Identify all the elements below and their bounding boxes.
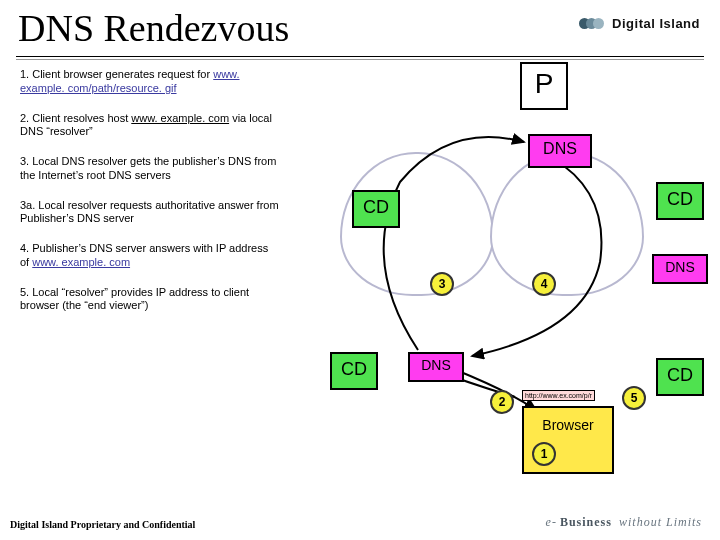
tagline-pre: e- xyxy=(546,515,557,529)
divider xyxy=(16,56,704,57)
badge-5: 5 xyxy=(622,386,646,410)
footer-tagline: e-Business without Limits xyxy=(546,515,702,530)
step-4-link[interactable]: www. example. com xyxy=(32,256,130,268)
steps-list: 1. Client browser generates request for … xyxy=(20,68,280,329)
cd-node-tl: CD xyxy=(352,190,400,228)
diagram: P DNS CD CD DNS CD CD DNS http://www.ex.… xyxy=(300,62,710,462)
badge-2: 2 xyxy=(490,390,514,414)
divider-shadow xyxy=(16,59,704,60)
step-5: 5. Local “resolver” provides IP address … xyxy=(20,286,280,314)
tagline-strong: Business xyxy=(560,515,612,529)
badge-1: 1 xyxy=(532,442,556,466)
dns-node-right: DNS xyxy=(652,254,708,284)
step-1: 1. Client browser generates request for … xyxy=(20,68,280,96)
top-dns-node: DNS xyxy=(528,134,592,168)
step-3: 3. Local DNS resolver gets the publisher… xyxy=(20,155,280,183)
step-1-text: 1. Client browser generates request for xyxy=(20,68,213,80)
badge-3: 3 xyxy=(430,272,454,296)
step-3a: 3a. Local resolver requests authoritativ… xyxy=(20,199,280,227)
url-box: http://www.ex.com/p/r xyxy=(522,390,595,401)
step-2-host: www. example. com xyxy=(131,112,229,124)
local-dns-node: DNS xyxy=(408,352,464,382)
step-2: 2. Client resolves host www. example. co… xyxy=(20,112,280,140)
brand-logo-icon xyxy=(579,15,604,33)
brand-name: Digital Island xyxy=(612,16,700,31)
badge-4: 4 xyxy=(532,272,556,296)
publisher-node: P xyxy=(520,62,568,110)
cd-node-tr: CD xyxy=(656,182,704,220)
footer-proprietary: Digital Island Proprietary and Confident… xyxy=(10,519,195,530)
slide-title: DNS Rendezvous xyxy=(18,6,289,50)
step-4: 4. Publisher’s DNS server answers with I… xyxy=(20,242,280,270)
step-2-text-a: 2. Client resolves host xyxy=(20,112,131,124)
brand-logo: Digital Island xyxy=(579,14,700,33)
cd-node-br: CD xyxy=(656,358,704,396)
tagline-post: without Limits xyxy=(615,515,702,529)
browser-node: Browser xyxy=(522,406,614,474)
cd-node-bl: CD xyxy=(330,352,378,390)
